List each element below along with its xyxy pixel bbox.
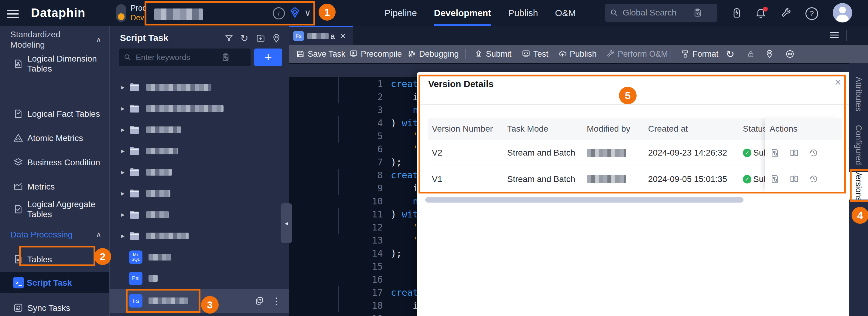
- precompile-button[interactable]: Precompile: [349, 45, 402, 63]
- status-badge: ✓Sub: [743, 166, 765, 192]
- perform-om-button[interactable]: Perform O&M: [606, 45, 668, 63]
- tools-wrench-icon[interactable]: [780, 8, 792, 19]
- col-task-mode: Task Mode: [507, 118, 548, 140]
- tree-row[interactable]: ▸: [110, 183, 289, 204]
- tree-search[interactable]: [119, 48, 251, 66]
- caret-icon[interactable]: ▸: [121, 83, 129, 91]
- caret-icon[interactable]: ▸: [121, 232, 129, 240]
- submit-button[interactable]: Submit: [474, 45, 512, 63]
- caret-icon[interactable]: ▸: [121, 211, 129, 219]
- collapse-panel-handle[interactable]: ◂: [281, 203, 292, 243]
- sidebar-section-data-processing[interactable]: Data Processing: [10, 230, 92, 240]
- chevron-down-icon[interactable]: ∨: [304, 7, 311, 18]
- refresh-icon[interactable]: ↻: [726, 45, 735, 63]
- sidebar-item-sync-tasks[interactable]: Sync Tasks: [0, 296, 109, 316]
- kebab-menu-icon[interactable]: ⋮: [272, 296, 281, 306]
- horizontal-scrollbar[interactable]: [425, 197, 743, 203]
- aggregate-doc-icon: [13, 204, 24, 214]
- tree-row[interactable]: ▸: [110, 77, 289, 98]
- sidebar-item-script-task[interactable]: >_ Script Task: [0, 272, 109, 293]
- compare-versions-icon[interactable]: [789, 148, 799, 157]
- format-button[interactable]: Format: [681, 45, 719, 63]
- env-dev-label[interactable]: Dev: [131, 13, 144, 22]
- tab-attributes[interactable]: Attributes: [849, 70, 868, 118]
- tree-row[interactable]: ▸: [110, 225, 289, 247]
- compare-versions-icon[interactable]: [789, 174, 799, 183]
- tree-row[interactable]: Fs ⋮: [110, 289, 289, 313]
- view-code-icon[interactable]: [770, 148, 779, 157]
- more-options-icon[interactable]: [785, 45, 795, 63]
- tree-row[interactable]: ▸: [110, 162, 289, 183]
- view-code-icon[interactable]: [770, 174, 779, 183]
- sidebar-item-logical-aggregate-tables[interactable]: Logical Aggregate Tables: [0, 196, 109, 222]
- help-icon[interactable]: ?: [805, 7, 818, 20]
- caret-icon[interactable]: ▸: [121, 147, 129, 155]
- project-selector[interactable]: i ∨: [149, 2, 313, 24]
- publish-button[interactable]: Publish: [558, 45, 597, 63]
- nav-development[interactable]: Development: [434, 0, 491, 26]
- global-search-input[interactable]: [622, 8, 693, 18]
- debugging-button[interactable]: Debugging: [408, 45, 459, 63]
- copy-template-icon[interactable]: [255, 296, 264, 305]
- advanced-search-icon[interactable]: [693, 8, 702, 17]
- caret-icon[interactable]: ▸: [121, 189, 129, 198]
- nav-publish[interactable]: Publish: [508, 0, 538, 26]
- sidebar-item-metrics[interactable]: Metrics: [0, 175, 109, 198]
- hamburger-menu-icon[interactable]: [7, 7, 19, 21]
- env-prod-label[interactable]: Prod: [131, 4, 147, 12]
- advanced-search-icon[interactable]: [221, 53, 230, 62]
- test-button[interactable]: Test: [522, 45, 549, 63]
- sidebar-item-atomic-metrics[interactable]: Atomic Metrics: [0, 127, 109, 149]
- caret-icon[interactable]: ▸: [121, 126, 129, 134]
- add-task-button[interactable]: +: [254, 48, 282, 66]
- caret-icon[interactable]: ▸: [121, 168, 129, 176]
- tree-row[interactable]: ▸: [110, 119, 289, 140]
- sidebar-item-logical-fact-tables[interactable]: Logical Fact Tables: [0, 102, 109, 125]
- tree-search-input[interactable]: [135, 52, 221, 63]
- list-view-icon[interactable]: [830, 30, 839, 40]
- tree-row[interactable]: ▸: [110, 98, 289, 119]
- new-folder-icon[interactable]: [256, 34, 265, 43]
- sidebar-item-business-condition[interactable]: Business Condition: [0, 151, 109, 174]
- search-icon: [124, 54, 131, 61]
- file-tab[interactable]: Fs a ×: [288, 26, 353, 45]
- tree-row[interactable]: Pai: [110, 268, 289, 289]
- sync-icon: [13, 303, 24, 313]
- topbar: Dataphin Prod Dev i ∨ Pipeline Developme…: [0, 0, 868, 26]
- save-task-button[interactable]: Save Task: [296, 45, 345, 63]
- sidebar-section-standardized-modeling[interactable]: Standardized Modeling: [10, 29, 92, 50]
- rollback-history-icon[interactable]: [809, 174, 818, 183]
- version-row-v1[interactable]: V1 Stream and Batch 2024-09-05 15:01:35 …: [428, 166, 765, 192]
- caret-icon[interactable]: ▸: [121, 105, 129, 112]
- tree-row[interactable]: ▸: [110, 140, 289, 162]
- close-icon[interactable]: ×: [340, 31, 346, 41]
- nav-pipeline[interactable]: Pipeline: [384, 0, 417, 26]
- notifications-bell-icon[interactable]: [755, 7, 767, 19]
- chevron-up-icon[interactable]: ∧: [96, 230, 101, 239]
- sidebar-item-tables[interactable]: Tables: [0, 248, 109, 271]
- tree-row[interactable]: ▸: [110, 204, 289, 225]
- sidebar-item-logical-dimension-tables[interactable]: Logical Dimension Tables: [0, 51, 109, 76]
- version-row-v2[interactable]: V2 Stream and Batch 2024-09-23 14:26:32 …: [428, 140, 765, 166]
- locate-pin-icon[interactable]: [272, 34, 281, 43]
- version-number: V1: [432, 166, 442, 192]
- actions-column: Actions: [765, 118, 842, 192]
- tree-item-name-redacted: [146, 148, 178, 154]
- chevron-up-icon[interactable]: ∧: [96, 35, 101, 44]
- tab-configured[interactable]: Configured: [849, 121, 868, 169]
- rollback-history-icon[interactable]: [809, 148, 818, 157]
- close-icon[interactable]: ×: [835, 76, 841, 89]
- refresh-icon[interactable]: ↻: [240, 34, 248, 43]
- filter-icon[interactable]: [224, 34, 234, 43]
- tree-row[interactable]: Mx SQL: [110, 247, 289, 268]
- quickstart-icon[interactable]: [731, 7, 742, 19]
- lock-icon[interactable]: [746, 45, 755, 63]
- tab-versions[interactable]: Versions: [849, 172, 868, 200]
- info-icon[interactable]: i: [273, 7, 285, 20]
- locate-pin-icon[interactable]: [765, 45, 774, 63]
- nav-om[interactable]: O&M: [555, 0, 576, 26]
- global-search[interactable]: [605, 4, 717, 22]
- avatar[interactable]: [833, 3, 852, 23]
- env-toggle[interactable]: [116, 4, 126, 22]
- app-root: Dataphin Prod Dev i ∨ Pipeline Developme…: [0, 0, 868, 316]
